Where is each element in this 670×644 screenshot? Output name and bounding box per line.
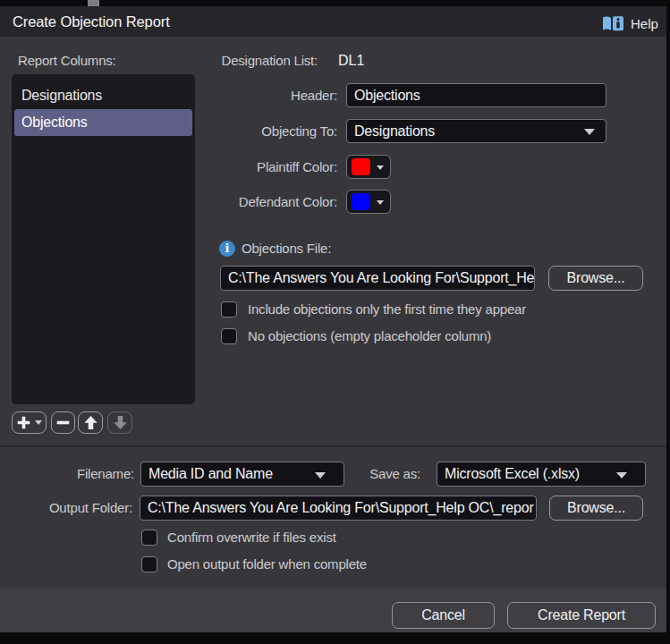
help-book-icon (601, 15, 624, 32)
move-down-button[interactable] (107, 411, 132, 434)
create-report-button[interactable]: Create Report (507, 602, 656, 629)
open-folder-label: Open output folder when complete (167, 552, 367, 577)
filename-label: Filename: (36, 462, 134, 487)
save-as-value: Microsoft Excel (.xlsx) (445, 466, 580, 481)
list-item-designations[interactable]: Designations (12, 82, 195, 109)
header-input[interactable]: Objections (346, 83, 606, 107)
output-folder-input[interactable]: C:\The Answers You Are Looking For\Suppo… (140, 496, 537, 521)
filename-dropdown[interactable]: Media ID and Name (140, 462, 344, 487)
chevron-down-icon (584, 129, 595, 135)
add-column-button[interactable] (12, 411, 47, 434)
output-folder-label: Output Folder: (36, 496, 132, 521)
objecting-to-label: Objecting To: (215, 119, 337, 143)
include-first-time-checkbox[interactable] (221, 301, 237, 318)
output-folder-browse-button[interactable]: Browse... (549, 496, 643, 521)
dialog-title: Create Objection Report (13, 6, 170, 37)
arrow-up-icon (83, 415, 98, 430)
filename-value: Media ID and Name (148, 466, 273, 481)
no-objections-label: No objections (empty placeholder column) (248, 324, 491, 349)
list-item-objections-selected[interactable]: Objections (14, 109, 192, 136)
defendant-color-picker[interactable] (346, 190, 391, 214)
objecting-to-value: Designations (354, 123, 435, 139)
move-up-button[interactable] (78, 411, 103, 434)
plaintiff-color-swatch (352, 158, 370, 175)
plaintiff-color-picker[interactable] (346, 155, 391, 179)
chevron-down-icon (377, 200, 384, 205)
section-divider (0, 445, 666, 447)
defendant-color-label: Defendant Color: (215, 190, 337, 214)
screen: Create Objection Report Help Report Colu… (0, 0, 670, 644)
include-first-time-label: Include objections only the first time t… (248, 297, 526, 322)
help-label: Help (631, 16, 658, 31)
remove-column-button[interactable] (51, 411, 75, 434)
save-as-label: Save as: (358, 462, 420, 487)
cancel-button[interactable]: Cancel (392, 602, 495, 629)
add-dropdown-caret-icon (35, 420, 42, 425)
plaintiff-color-label: Plaintiff Color: (215, 155, 337, 179)
chevron-down-icon (377, 165, 384, 170)
minus-icon (55, 415, 71, 430)
designation-list-label: Designation List: (215, 48, 318, 73)
header-label: Header: (215, 83, 337, 107)
plus-icon (16, 415, 31, 430)
objecting-to-dropdown[interactable]: Designations (346, 119, 606, 143)
help-button[interactable]: Help (601, 8, 658, 38)
open-folder-checkbox[interactable] (141, 556, 157, 572)
designation-list-value: DL1 (338, 48, 364, 73)
defendant-color-swatch (352, 193, 370, 210)
objections-file-input[interactable]: C:\The Answers You Are Looking For\Suppo… (220, 266, 535, 291)
info-icon: i (219, 241, 235, 257)
confirm-overwrite-checkbox[interactable] (141, 530, 157, 546)
objections-file-label: Objections File: (242, 236, 331, 261)
arrow-down-icon (113, 415, 128, 430)
confirm-overwrite-label: Confirm overwrite if files exist (167, 525, 336, 550)
no-objections-checkbox[interactable] (221, 328, 237, 344)
chevron-down-icon (315, 472, 326, 479)
chevron-down-icon (616, 472, 627, 479)
background-window-fragment (88, 0, 99, 6)
objections-file-browse-button[interactable]: Browse... (548, 266, 643, 291)
report-columns-label: Report Columns: (18, 48, 116, 73)
save-as-dropdown[interactable]: Microsoft Excel (.xlsx) (437, 462, 646, 487)
